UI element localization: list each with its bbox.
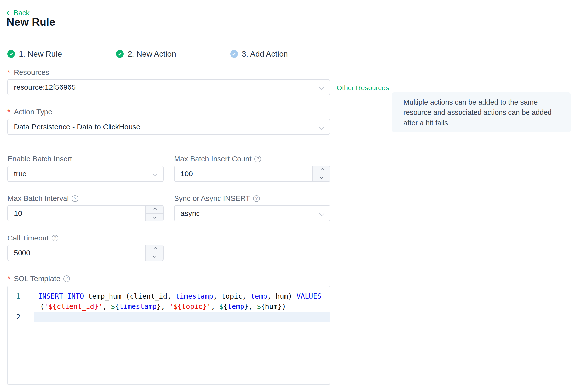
help-icon[interactable]: ?: [63, 275, 70, 282]
info-box-text: Multiple actions can be added to the sam…: [403, 98, 552, 127]
number-stepper: [312, 166, 330, 181]
new-rule-page: Back New Rule 1. New Rule 2. New Action …: [0, 0, 571, 392]
chevron-down-icon: [153, 254, 156, 258]
action-type-select-value: Data Persistence - Data to ClickHouse: [14, 119, 140, 134]
max-batch-interval-label: Max Batch Interval ?: [7, 194, 78, 203]
step-1-new-rule[interactable]: 1. New Rule: [7, 49, 62, 59]
chevron-up-icon: [153, 207, 157, 211]
number-stepper: [145, 206, 163, 221]
chevron-down-icon: [319, 211, 324, 216]
help-icon[interactable]: ?: [72, 195, 78, 202]
chevron-down-icon: [153, 215, 156, 218]
required-marker: *: [7, 68, 10, 77]
code-row: 1INSERT INTO temp_hum (client_id, timest…: [8, 291, 330, 302]
line-number: 2: [8, 312, 20, 322]
max-batch-insert-count-input[interactable]: 100: [174, 166, 330, 182]
chevron-down-icon: [319, 85, 324, 90]
chevron-up-icon: [153, 247, 157, 251]
chevron-left-icon: [6, 11, 11, 15]
help-icon[interactable]: ?: [254, 156, 261, 162]
line-number: 1: [8, 291, 20, 302]
code-line: [34, 312, 330, 322]
max-batch-insert-count-value: 100: [180, 166, 193, 181]
chevron-down-icon: [319, 175, 323, 179]
chevron-up-icon: [320, 168, 324, 172]
call-timeout-label: Call Timeout ?: [7, 234, 58, 242]
stepper-decrease-button[interactable]: [313, 174, 330, 181]
info-box: Multiple actions can be added to the sam…: [392, 92, 571, 132]
step-label: 2. New Action: [128, 49, 176, 59]
max-batch-interval-input[interactable]: 10: [7, 205, 164, 221]
stepper-increase-button[interactable]: [146, 206, 163, 214]
stepper-increase-button[interactable]: [313, 166, 330, 174]
step-3-add-action[interactable]: 3. Add Action: [230, 49, 288, 59]
step-2-new-action[interactable]: 2. New Action: [116, 49, 176, 59]
help-icon[interactable]: ?: [253, 195, 260, 202]
sync-or-async-insert-select[interactable]: async: [174, 205, 330, 221]
sync-or-async-insert-label: Sync or Async INSERT ?: [174, 194, 260, 203]
resources-select-value: resource:12f56965: [14, 80, 76, 95]
step-label: 1. New Rule: [19, 49, 62, 59]
step-done-check-icon: [7, 50, 15, 58]
required-marker: *: [7, 108, 10, 116]
required-marker: *: [7, 274, 10, 283]
stepper: 1. New Rule 2. New Action 3. Add Action: [7, 49, 288, 59]
sync-or-async-insert-value: async: [180, 206, 200, 221]
step-label: 3. Add Action: [242, 49, 288, 59]
stepper-decrease-button[interactable]: [146, 253, 163, 261]
code-rows: 1INSERT INTO temp_hum (client_id, timest…: [8, 291, 330, 322]
help-icon[interactable]: ?: [52, 235, 58, 241]
step-connector: [67, 54, 111, 54]
step-connector: [181, 54, 225, 54]
enable-batch-insert-select[interactable]: true: [7, 166, 164, 182]
chevron-down-icon: [319, 124, 324, 130]
sql-template-label: * SQL Template ?: [7, 274, 70, 283]
sql-template-editor[interactable]: 1INSERT INTO temp_hum (client_id, timest…: [7, 286, 330, 385]
other-resources-link[interactable]: Other Resources: [337, 84, 389, 92]
number-stepper: [145, 245, 163, 261]
max-batch-insert-count-label: Max Batch Insert Count ?: [174, 155, 261, 163]
code-row: ('${client_id}', ${timestamp}, '${topic}…: [8, 302, 330, 312]
chevron-down-icon: [152, 171, 157, 176]
stepper-decrease-button[interactable]: [146, 214, 163, 221]
max-batch-interval-value: 10: [14, 206, 22, 221]
code-line: ('${client_id}', ${timestamp}, '${topic}…: [34, 302, 330, 312]
resources-select[interactable]: resource:12f56965: [7, 79, 330, 95]
call-timeout-input[interactable]: 5000: [7, 245, 164, 261]
page-title: New Rule: [6, 16, 55, 28]
enable-batch-insert-label: Enable Batch Insert: [7, 155, 72, 163]
resources-label: * Resources: [7, 68, 49, 77]
code-row: 2: [8, 312, 330, 322]
action-type-label: * Action Type: [7, 108, 52, 116]
line-number: [8, 302, 20, 312]
call-timeout-value: 5000: [14, 245, 30, 261]
step-done-check-icon: [116, 50, 124, 58]
stepper-increase-button[interactable]: [146, 245, 163, 253]
step-pending-check-icon: [230, 50, 238, 58]
action-type-select[interactable]: Data Persistence - Data to ClickHouse: [7, 119, 330, 135]
code-line: INSERT INTO temp_hum (client_id, timesta…: [34, 291, 330, 302]
enable-batch-insert-value: true: [14, 166, 27, 181]
